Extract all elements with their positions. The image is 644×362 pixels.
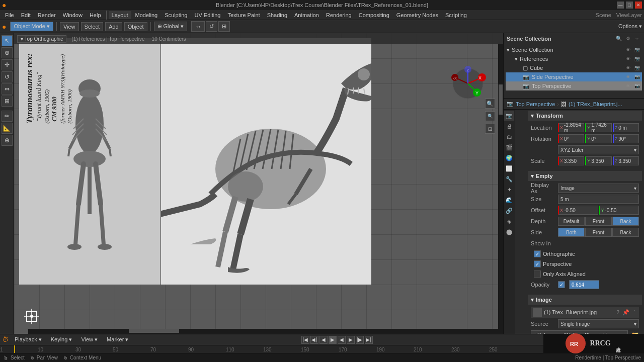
menu-render[interactable]: Render <box>35 11 59 19</box>
cube-render-icon[interactable]: 📷 <box>633 64 641 72</box>
rotation-x-field[interactable]: X 0° <box>558 134 584 143</box>
source-dropdown[interactable]: Single Image ▾ <box>558 319 639 328</box>
depth-back-btn[interactable]: Back <box>612 217 639 226</box>
prop-icon-view-layer[interactable]: 🗂 <box>504 132 514 142</box>
scale-tool-btn[interactable]: ⇔ <box>2 83 13 95</box>
next-keyframe-btn[interactable]: |▶ <box>356 336 364 344</box>
display-as-dropdown[interactable]: Image ▾ <box>558 184 639 193</box>
workspace-modeling[interactable]: Modeling <box>132 11 161 19</box>
tree-item-cube[interactable]: ▢ Cube 👁 📷 <box>506 63 642 72</box>
cube-vis-icon[interactable]: 👁 <box>624 64 632 72</box>
prop-icon-render[interactable]: 📷 <box>504 111 514 121</box>
visibility-icon[interactable]: 👁 <box>624 46 632 54</box>
next-frame-btn[interactable]: ▶ <box>347 336 355 344</box>
workspace-uv-editing[interactable]: UV Editing <box>191 11 223 19</box>
prev-frame-btn[interactable]: ◀ <box>319 336 328 344</box>
viewport-scrollbar-bottom[interactable] <box>28 329 498 334</box>
transform-tool-btn[interactable]: ⊞ <box>2 96 13 107</box>
side-both-btn[interactable]: Both <box>558 228 585 237</box>
image-menu-icon[interactable]: ⋮ <box>631 309 637 316</box>
viewport[interactable]: ▾ Top Orthographic (1) References | Top … <box>14 33 503 334</box>
ref-vis-icon[interactable]: 👁 <box>624 55 632 63</box>
tree-item-scene-collection[interactable]: ▾ Scene Collection 👁 📷 <box>506 45 642 54</box>
breadcrumb-file-link[interactable]: (1) TRex_Blueprint.j... <box>569 101 622 107</box>
add-tool-btn[interactable]: ⊕ <box>2 135 13 146</box>
breadcrumb-persp-link[interactable]: Top Perspective <box>516 101 555 107</box>
prop-icon-data[interactable]: ◈ <box>504 216 514 226</box>
workspace-scripting[interactable]: Scripting <box>442 11 470 19</box>
object-menu-button[interactable]: Object <box>124 22 147 31</box>
playback-btn[interactable]: Playback ▾ <box>12 335 45 344</box>
image-pin-icon[interactable]: 📌 <box>622 309 629 316</box>
move-tool-btn[interactable]: ✛ <box>2 59 13 70</box>
orthographic-checkbox[interactable]: ✓ <box>534 250 541 257</box>
marker-btn[interactable]: Marker ▾ <box>104 335 131 344</box>
outliner-options-icon[interactable]: ⚙ <box>624 35 632 43</box>
prop-icon-world[interactable]: 🌍 <box>504 153 514 163</box>
menu-edit[interactable]: Edit <box>18 11 34 19</box>
depth-front-btn[interactable]: Front <box>585 217 612 226</box>
tree-item-top-perspective[interactable]: 📷 Top Perspective 👁 📷 <box>506 81 642 90</box>
rotation-y-field[interactable]: Y 0° <box>585 134 611 143</box>
rotation-mode-dropdown[interactable]: XYZ Euler ▾ <box>558 145 639 154</box>
opacity-field[interactable]: 0.614 <box>569 280 599 289</box>
sidepersp-vis-icon[interactable]: 👁 <box>624 73 632 81</box>
keying-btn[interactable]: Keying ▾ <box>48 335 75 344</box>
offset-x-field[interactable]: X -0.50 <box>558 206 598 215</box>
depth-default-btn[interactable]: Default <box>558 217 585 226</box>
view-layer-label[interactable]: ViewLayer <box>616 12 642 18</box>
play-reverse-btn[interactable]: ◀ <box>338 336 346 344</box>
ref-render-icon[interactable]: 📷 <box>633 55 641 63</box>
scene-label[interactable]: Scene <box>596 12 611 18</box>
workspace-geometry-nodes[interactable]: Geometry Nodes <box>393 11 441 19</box>
location-x-field[interactable]: X -1.8054 m <box>558 123 584 132</box>
tree-item-references[interactable]: ▾ References 👁 📷 <box>506 54 642 63</box>
menu-file[interactable]: File <box>2 11 17 19</box>
scale-tool[interactable]: ⊞ <box>218 21 230 32</box>
outliner-sync-icon[interactable]: ↔ <box>633 35 641 43</box>
opacity-checkbox[interactable]: ✓ <box>558 281 565 288</box>
tree-item-side-perspective[interactable]: 📷 Side Perspective 👁 📷 <box>506 72 642 81</box>
side-back-btn[interactable]: Back <box>612 228 639 237</box>
sidepersp-render-icon[interactable]: 📷 <box>633 73 641 81</box>
scale-y-field[interactable]: Y 3.350 <box>585 156 611 165</box>
zoom-in-btn[interactable]: 🔍 <box>485 99 495 109</box>
prop-icon-modifiers[interactable]: 🔧 <box>504 174 514 184</box>
location-z-field[interactable]: Z 0 m <box>613 123 639 132</box>
jump-end-btn[interactable]: ▶| <box>365 336 373 344</box>
play-btn[interactable]: ▶ <box>329 336 337 344</box>
outliner-filter-icon[interactable]: 🔍 <box>615 35 623 43</box>
workspace-shading[interactable]: Shading <box>264 11 290 19</box>
axis-aligned-checkbox[interactable] <box>534 270 541 278</box>
menu-help[interactable]: Help <box>87 11 104 19</box>
toggle-projection-btn[interactable]: ⊡ <box>485 124 495 134</box>
select-tool-btn[interactable]: ↖ <box>2 35 13 46</box>
cursor-tool-btn[interactable]: ⊕ <box>2 47 13 58</box>
transform-gizmo[interactable]: X -X Y Z <box>448 63 488 104</box>
vp-overlay-btn[interactable]: ▾ Top Orthographic <box>17 35 66 43</box>
zoom-out-btn[interactable]: 🔍 <box>485 111 495 121</box>
annotate-tool-btn[interactable]: ✏ <box>2 111 13 122</box>
image-panel-header[interactable]: ▾ Image <box>528 295 642 305</box>
empty-panel-header[interactable]: ▾ Empty <box>528 171 642 181</box>
workspace-texture-paint[interactable]: Texture Paint <box>224 11 263 19</box>
prop-icon-physics[interactable]: 🌊 <box>504 195 514 205</box>
view-tl-btn[interactable]: View ▾ <box>78 335 101 344</box>
rotate-tool-btn[interactable]: ↺ <box>2 71 13 82</box>
close-button[interactable]: ✕ <box>635 2 642 9</box>
location-y-field[interactable]: Y 1.7426 m <box>585 123 611 132</box>
prop-icon-output[interactable]: 🖨 <box>504 121 514 131</box>
minimize-button[interactable]: — <box>617 2 624 9</box>
perspective-checkbox[interactable]: ✓ <box>534 260 541 267</box>
jump-start-btn[interactable]: |◀ <box>301 336 309 344</box>
workspace-animation[interactable]: Animation <box>291 11 322 19</box>
object-mode-button[interactable]: Object Mode ▾ <box>10 22 53 31</box>
menu-window[interactable]: Window <box>60 11 86 19</box>
size-field[interactable]: 5 m <box>558 195 639 204</box>
prop-icon-material[interactable]: ⬤ <box>504 227 514 237</box>
view-menu-button[interactable]: View <box>60 22 79 31</box>
render-icon[interactable]: 📷 <box>633 46 641 54</box>
workspace-layout[interactable]: Layout <box>109 11 131 19</box>
prop-icon-particles[interactable]: ✦ <box>504 185 514 195</box>
offset-y-field[interactable]: Y -0.50 <box>599 206 639 215</box>
